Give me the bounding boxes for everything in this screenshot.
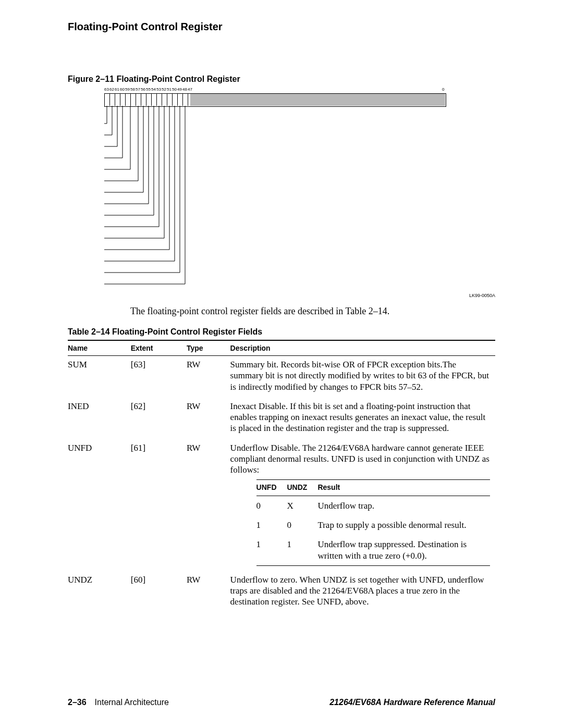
- inner-row: 1 0 Trap to supply a possible denormal r…: [256, 515, 490, 535]
- inner-cell: 1: [287, 535, 318, 565]
- footer-manual: 21264/EV68A Hardware Reference Manual: [329, 698, 495, 707]
- table-row: INED [62] RW Inexact Disable. If this bi…: [68, 398, 495, 439]
- bit-num: 0: [442, 87, 444, 92]
- cell-desc: Underflow to zero. When UNDZ is set toge…: [230, 571, 495, 613]
- figure-id: LK99-0050A: [469, 293, 495, 298]
- inner-col: UNFD: [256, 480, 287, 496]
- inner-cell: Underflow trap suppressed. Destination i…: [317, 535, 490, 565]
- table-caption: Table 2–14 Floating-Point Control Regist…: [68, 327, 495, 337]
- bit-num: 47: [188, 87, 192, 92]
- col-desc: Description: [230, 340, 495, 356]
- bit-num: 61: [115, 87, 119, 92]
- inner-cell: 0: [287, 515, 318, 535]
- bit-num: 63: [104, 87, 109, 92]
- bit-num: 49: [177, 87, 182, 92]
- cell-desc-text: Underflow Disable. The 21264/EV68A hardw…: [230, 443, 489, 475]
- cell-name: UNFD: [68, 439, 131, 571]
- inner-cell: 0: [256, 496, 287, 515]
- bit-num: 52: [162, 87, 166, 92]
- cell-extent: [63]: [131, 356, 187, 398]
- bit-num: 51: [167, 87, 172, 92]
- page-footer: 2–36 Internal Architecture 21264/EV68A H…: [68, 698, 495, 707]
- inner-cell: Trap to supply a possible denormal resul…: [317, 515, 490, 535]
- bit-num: 59: [125, 87, 130, 92]
- inner-cell: Underflow trap.: [317, 496, 490, 515]
- bit-num: 58: [130, 87, 135, 92]
- inner-table: UNFD UNDZ Result 0 X Underflow trap.: [256, 479, 490, 566]
- figure-caption: Figure 2–11 Floating-Point Control Regis…: [68, 75, 495, 84]
- footer-left: 2–36 Internal Architecture: [68, 698, 169, 707]
- cell-type: RW: [187, 571, 230, 613]
- inner-cell: 1: [256, 515, 287, 535]
- cell-desc: Inexact Disable. If this bit is set and …: [230, 398, 495, 439]
- col-type: Type: [187, 340, 230, 356]
- inner-row: 1 1 Underflow trap suppressed. Destinati…: [256, 535, 490, 565]
- bit-num: 60: [120, 87, 125, 92]
- table-row: UNFD [61] RW Underflow Disable. The 2126…: [68, 439, 495, 571]
- inner-row: 0 X Underflow trap.: [256, 496, 490, 515]
- table-row: SUM [63] RW Summary bit. Records bit-wis…: [68, 356, 495, 398]
- fields-table: Name Extent Type Description SUM [63] RW…: [68, 340, 495, 613]
- bit-num: 48: [182, 87, 187, 92]
- footer-section: Internal Architecture: [95, 698, 169, 707]
- cell-type: RW: [187, 398, 230, 439]
- inner-cell: X: [287, 496, 318, 515]
- bit-num: 55: [146, 87, 151, 92]
- figure-diagram: 63 62 61 60 59 58 57 56 55 54 53 52 51 5…: [104, 87, 495, 295]
- cell-desc: Summary bit. Records bit-wise OR of FPCR…: [230, 356, 495, 398]
- bit-num: 62: [109, 87, 114, 92]
- footer-page-no: 2–36: [68, 698, 87, 707]
- cell-name: UNDZ: [68, 571, 131, 613]
- cell-desc: Underflow Disable. The 21264/EV68A hardw…: [230, 439, 495, 571]
- col-name: Name: [68, 340, 131, 356]
- bit-num: 56: [141, 87, 145, 92]
- bit-num: 53: [156, 87, 161, 92]
- cell-type: RW: [187, 356, 230, 398]
- inner-col: UNDZ: [287, 480, 318, 496]
- inner-col: Result: [317, 480, 490, 496]
- bit-row: 63 62 61 60 59 58 57 56 55 54 53 52 51 5…: [104, 87, 495, 106]
- inner-cell: 1: [256, 535, 287, 565]
- cell-name: INED: [68, 398, 131, 439]
- col-extent: Extent: [131, 340, 187, 356]
- cell-extent: [62]: [131, 398, 187, 439]
- table-row: UNDZ [60] RW Underflow to zero. When UND…: [68, 571, 495, 613]
- bit-num: 57: [136, 87, 140, 92]
- bit-num: 50: [172, 87, 177, 92]
- bit-num: 54: [151, 87, 156, 92]
- cell-type: RW: [187, 439, 230, 571]
- cell-extent: [60]: [131, 571, 187, 613]
- cell-extent: [61]: [131, 439, 187, 571]
- cell-name: SUM: [68, 356, 131, 398]
- running-head: Floating-Point Control Register: [68, 21, 495, 33]
